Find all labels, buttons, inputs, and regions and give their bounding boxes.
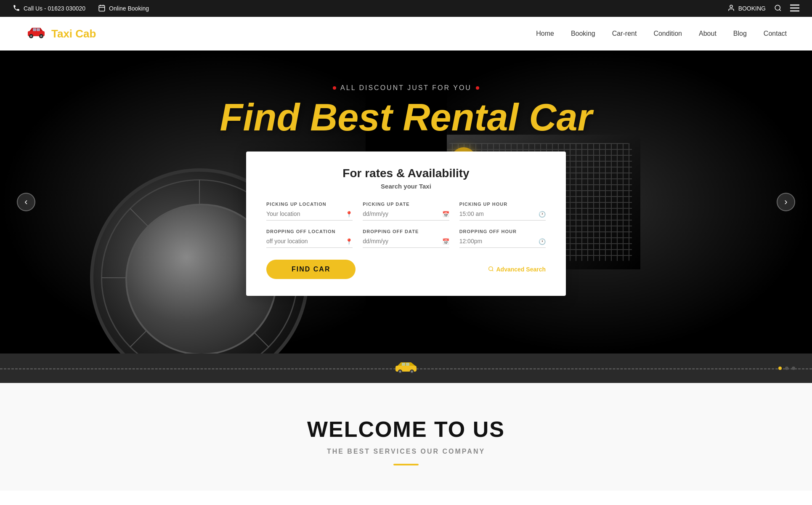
- pickup-location-input-wrap: 📍: [266, 210, 353, 221]
- nav-item-home[interactable]: Home: [536, 30, 554, 37]
- welcome-accent-bar: [393, 464, 419, 465]
- dropoff-date-field: DROPPING OFF DATE 📅: [363, 229, 449, 248]
- nav-item-booking[interactable]: Booking: [571, 30, 595, 37]
- location-icon-2: 📍: [345, 238, 353, 245]
- clock-icon-1: 🕐: [539, 211, 546, 218]
- logo-car-icon: [25, 27, 47, 40]
- hero-section: ALL DISCOUNT JUST FOR YOU Find Best Rent…: [0, 50, 812, 354]
- dropoff-hour-label: DROPPING OFF HOUR: [459, 229, 546, 234]
- top-bar-right: BOOKING: [727, 4, 799, 13]
- svg-rect-16: [37, 28, 40, 31]
- dropoff-hour-input-wrap: 🕐: [459, 237, 546, 248]
- logo[interactable]: Taxi Cab: [25, 27, 96, 40]
- search-icon-form: [488, 266, 494, 273]
- pickup-hour-input-wrap: 🕐: [459, 210, 546, 221]
- search-form-title: For rates & Availability: [266, 167, 546, 180]
- nav-links: Home Booking Car-rent Condition About Bl…: [536, 30, 787, 37]
- pickup-date-label: PICKING UP DATE: [363, 202, 449, 207]
- pickup-date-input[interactable]: [363, 210, 449, 217]
- pickup-location-input[interactable]: [266, 210, 353, 217]
- nav-link-condition[interactable]: Condition: [653, 30, 682, 37]
- dropoff-hour-input[interactable]: [459, 238, 546, 245]
- nav-link-about[interactable]: About: [699, 30, 716, 37]
- slider-road: [0, 354, 812, 383]
- booking-button[interactable]: BOOKING: [727, 4, 766, 13]
- phone-icon: [13, 4, 20, 13]
- svg-line-25: [492, 270, 493, 271]
- dropoff-date-input[interactable]: [363, 238, 449, 245]
- dropoff-date-input-wrap: 📅: [363, 237, 449, 248]
- hero-title: Find Best Rental Car: [0, 98, 812, 136]
- slider-prev-button[interactable]: ‹: [17, 193, 35, 211]
- hero-content: ALL DISCOUNT JUST FOR YOU Find Best Rent…: [0, 84, 812, 136]
- find-car-button[interactable]: FIND CAR: [266, 260, 356, 279]
- dot-left: [333, 86, 336, 90]
- svg-point-23: [187, 266, 212, 290]
- pickup-hour-input[interactable]: [459, 210, 546, 217]
- nav-link-contact[interactable]: Contact: [764, 30, 787, 37]
- slider-dot-3[interactable]: [792, 367, 795, 370]
- pickup-date-field: PICKING UP DATE 📅: [363, 202, 449, 221]
- svg-point-24: [488, 266, 492, 270]
- user-icon: [727, 4, 735, 13]
- chevron-left-icon: ‹: [24, 197, 27, 207]
- dropoff-date-label: DROPPING OFF DATE: [363, 229, 449, 234]
- online-booking-link[interactable]: Online Booking: [98, 4, 149, 13]
- calendar-icon-1: 📅: [442, 211, 449, 218]
- online-booking-label: Online Booking: [109, 5, 149, 12]
- svg-point-4: [775, 5, 780, 10]
- svg-point-14: [40, 35, 42, 37]
- top-bar: Call Us - 01623 030020 Online Booking BO…: [0, 0, 812, 17]
- hero-subtitle: ALL DISCOUNT JUST FOR YOU: [0, 84, 812, 92]
- calendar-icon-2: 📅: [442, 238, 449, 245]
- pickup-location-field: PICKING UP LOCATION 📍: [266, 202, 353, 221]
- nav-item-condition[interactable]: Condition: [653, 30, 682, 37]
- dropoff-location-input[interactable]: [266, 238, 353, 245]
- phone-contact[interactable]: Call Us - 01623 030020: [13, 4, 85, 13]
- svg-point-22: [175, 253, 224, 302]
- svg-point-31: [411, 370, 413, 372]
- pickup-location-label: PICKING UP LOCATION: [266, 202, 353, 207]
- hamburger-menu[interactable]: [790, 4, 799, 13]
- dropoff-hour-field: DROPPING OFF HOUR 🕐: [459, 229, 546, 248]
- pickup-date-input-wrap: 📅: [363, 210, 449, 221]
- nav-item-car-rent[interactable]: Car-rent: [612, 30, 637, 37]
- svg-rect-33: [406, 363, 409, 366]
- nav-item-about[interactable]: About: [699, 30, 716, 37]
- nav-link-blog[interactable]: Blog: [733, 30, 747, 37]
- search-form-subtitle: Search your Taxi: [266, 183, 546, 190]
- welcome-title: WELCOME TO US: [25, 417, 787, 442]
- pickup-hour-field: PICKING UP HOUR 🕐: [459, 202, 546, 221]
- menu-icon: [790, 4, 799, 13]
- phone-label: Call Us - 01623 030020: [24, 5, 85, 12]
- nav-link-home[interactable]: Home: [536, 30, 554, 37]
- svg-rect-0: [99, 5, 105, 11]
- road-car-icon: [393, 361, 419, 376]
- dropoff-location-label: DROPPING OFF LOCATION: [266, 229, 353, 234]
- nav-link-booking[interactable]: Booking: [571, 30, 595, 37]
- dropoff-location-input-wrap: 📍: [266, 237, 353, 248]
- nav-item-blog[interactable]: Blog: [733, 30, 747, 37]
- slider-dot-1[interactable]: [778, 367, 782, 370]
- welcome-section: WELCOME TO US THE BEST SERVICES OUR COMP…: [0, 383, 812, 491]
- search-button-top[interactable]: [774, 4, 782, 13]
- nav-link-car-rent[interactable]: Car-rent: [612, 30, 637, 37]
- booking-label: BOOKING: [738, 5, 766, 12]
- slider-dots: [778, 367, 795, 370]
- slider-next-button[interactable]: ›: [777, 193, 795, 211]
- search-icon-top: [774, 4, 782, 13]
- logo-text: Taxi Cab: [51, 27, 96, 40]
- hero-subtitle-text: ALL DISCOUNT JUST FOR YOU: [340, 84, 472, 92]
- nav-item-contact[interactable]: Contact: [764, 30, 787, 37]
- form-grid: PICKING UP LOCATION 📍 PICKING UP DATE 📅 …: [266, 202, 546, 248]
- calendar-icon: [98, 4, 106, 13]
- location-icon-1: 📍: [345, 211, 353, 218]
- svg-point-29: [399, 370, 401, 372]
- search-form: For rates & Availability Search your Tax…: [246, 152, 566, 296]
- dot-right: [476, 86, 479, 90]
- slider-dot-2[interactable]: [785, 367, 788, 370]
- advanced-search-link[interactable]: Advanced Search: [488, 266, 546, 273]
- pickup-hour-label: PICKING UP HOUR: [459, 202, 546, 207]
- clock-icon-2: 🕐: [539, 238, 546, 245]
- svg-point-12: [30, 35, 32, 37]
